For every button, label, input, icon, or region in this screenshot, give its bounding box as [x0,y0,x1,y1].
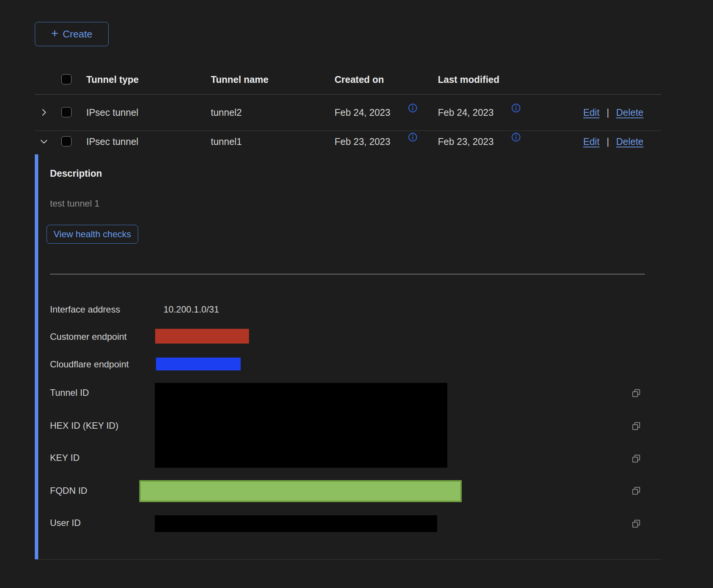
detail-section-divider [50,274,645,274]
delete-link[interactable]: Delete [616,107,643,118]
create-button-label: Create [63,28,92,40]
info-icon[interactable] [408,132,417,142]
delete-link[interactable]: Delete [616,136,643,147]
action-separator: | [607,136,609,147]
header-divider [35,94,661,95]
hex-id-label: HEX ID (KEY ID) [50,420,118,431]
copy-icon[interactable] [631,388,641,398]
create-button[interactable]: + Create [35,22,109,46]
info-icon[interactable] [511,103,521,113]
view-health-checks-button[interactable]: View health checks [47,225,138,244]
fqdn-id-redacted-value [139,480,462,502]
column-header-tunnel-type: Tunnel type [86,74,139,85]
tunnel-id-label: Tunnel ID [50,387,89,398]
view-health-checks-label: View health checks [53,229,131,240]
row-checkbox[interactable] [61,136,72,146]
user-id-label: User ID [50,518,81,528]
tunnel-name-cell: tunnel2 [211,107,242,118]
description-value: test tunnel 1 [50,198,100,209]
cloudflare-endpoint-redacted-value [156,358,241,370]
chevron-right-icon[interactable] [39,107,49,117]
column-header-created-on: Created on [335,74,384,85]
copy-icon[interactable] [631,454,641,464]
tunnel-type-cell: IPsec tunnel [86,107,139,118]
tunnels-page: + Create Tunnel type Tunnel name Created… [0,0,713,588]
description-label: Description [50,168,102,179]
row-checkbox[interactable] [61,107,72,117]
user-id-redacted-value [155,515,437,532]
copy-icon[interactable] [631,486,641,496]
last-modified-cell: Feb 24, 2023 [438,107,493,118]
row-divider [35,559,661,560]
column-header-last-modified: Last modified [438,74,500,85]
expanded-row-accent-bar [35,154,38,559]
created-on-cell: Feb 23, 2023 [335,136,390,147]
interface-address-label: Interface address [50,304,120,315]
interface-address-value: 10.200.1.0/31 [163,304,219,315]
ids-redacted-value [155,383,447,468]
cloudflare-endpoint-label: Cloudflare endpoint [50,359,129,370]
row-divider [35,131,661,131]
last-modified-cell: Feb 23, 2023 [438,136,493,147]
select-all-checkbox[interactable] [61,74,72,84]
edit-link[interactable]: Edit [583,136,599,147]
copy-icon[interactable] [631,519,641,529]
created-on-cell: Feb 24, 2023 [335,107,390,118]
info-icon[interactable] [511,132,521,142]
customer-endpoint-label: Customer endpoint [50,331,127,342]
edit-link[interactable]: Edit [583,107,599,118]
info-icon[interactable] [408,103,417,113]
chevron-down-icon[interactable] [39,137,49,146]
column-header-tunnel-name: Tunnel name [211,74,268,85]
action-separator: | [607,107,609,118]
plus-icon: + [51,27,58,39]
tunnel-type-cell: IPsec tunnel [86,136,139,147]
fqdn-id-label: FQDN ID [50,485,87,496]
customer-endpoint-redacted-value [155,329,249,344]
copy-icon[interactable] [631,421,641,431]
tunnel-name-cell: tunnel1 [211,136,242,147]
key-id-label: KEY ID [50,453,79,463]
